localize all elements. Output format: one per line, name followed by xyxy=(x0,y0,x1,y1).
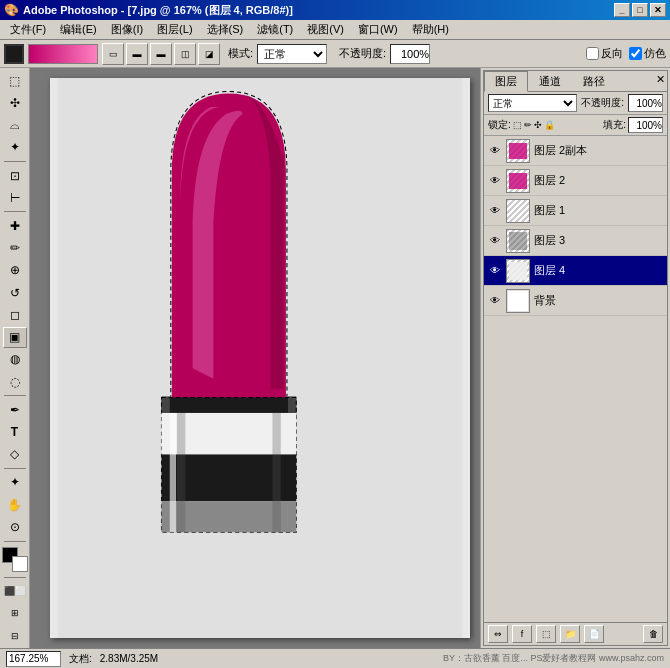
shape-btn-1[interactable]: ▭ xyxy=(102,43,124,65)
doc-label: 文档: xyxy=(69,652,92,666)
tool-slice[interactable]: ⊢ xyxy=(3,187,27,208)
lock-all-icon[interactable]: 🔒 xyxy=(544,120,555,130)
lock-move-icon[interactable]: ✣ xyxy=(534,120,542,130)
link-layers-button[interactable]: ⇔ xyxy=(488,625,508,643)
tool-sep-6 xyxy=(4,577,26,578)
tool-sep-4 xyxy=(4,468,26,469)
tool-quickmask[interactable]: ⬛⬜ xyxy=(3,581,27,602)
tool-marquee[interactable]: ⬚ xyxy=(3,70,27,91)
lock-transparent-icon[interactable]: ⬚ xyxy=(513,120,522,130)
tool-gradient[interactable]: ▣ xyxy=(3,327,27,348)
add-mask-button[interactable]: ⬚ xyxy=(536,625,556,643)
mode-select[interactable]: 正常 溶解 正片叠底 xyxy=(257,44,327,64)
shape-btn-2[interactable]: ▬ xyxy=(126,43,148,65)
tool-screenmode[interactable]: ⊞ xyxy=(3,603,27,624)
layer-list: 👁 图层 2副本 👁 图层 xyxy=(484,136,667,622)
panel-close[interactable]: ✕ xyxy=(654,71,667,91)
layer-visibility-icon[interactable]: 👁 xyxy=(488,204,502,218)
menu-filter[interactable]: 滤镜(T) xyxy=(251,20,299,39)
options-right: 反向 仿色 xyxy=(586,46,666,61)
tool-eyedropper[interactable]: ✦ xyxy=(3,472,27,493)
tool-history[interactable]: ↺ xyxy=(3,282,27,303)
zoom-input[interactable] xyxy=(6,651,61,667)
tool-cs[interactable]: ⊟ xyxy=(3,625,27,646)
menu-select[interactable]: 选择(S) xyxy=(201,20,250,39)
menu-image[interactable]: 图像(I) xyxy=(105,20,149,39)
reverse-checkbox[interactable]: 反向 xyxy=(586,46,623,61)
reverse-check[interactable] xyxy=(586,47,599,60)
menu-edit[interactable]: 编辑(E) xyxy=(54,20,103,39)
menu-help[interactable]: 帮助(H) xyxy=(406,20,455,39)
tool-sep-3 xyxy=(4,395,26,396)
canvas-area[interactable] xyxy=(30,68,480,648)
tool-shape[interactable]: ◇ xyxy=(3,444,27,465)
layer-visibility-icon[interactable]: 👁 xyxy=(488,264,502,278)
layer-name: 图层 4 xyxy=(534,263,663,278)
tab-paths[interactable]: 路径 xyxy=(572,71,616,91)
layer-visibility-icon[interactable]: 👁 xyxy=(488,144,502,158)
new-layer-button[interactable]: 📄 xyxy=(584,625,604,643)
tool-brush[interactable]: ✏ xyxy=(3,238,27,259)
tool-crop[interactable]: ⊡ xyxy=(3,165,27,186)
mode-label: 模式: xyxy=(228,46,253,61)
tool-lasso[interactable]: ⌓ xyxy=(3,114,27,135)
minimize-button[interactable]: _ xyxy=(614,3,630,17)
shape-btn-5[interactable]: ◪ xyxy=(198,43,220,65)
menu-file[interactable]: 文件(F) xyxy=(4,20,52,39)
tool-eraser[interactable]: ◻ xyxy=(3,304,27,325)
layer-item[interactable]: 👁 图层 1 xyxy=(484,196,667,226)
opacity-input[interactable] xyxy=(390,44,430,64)
tool-dodge[interactable]: ◌ xyxy=(3,371,27,392)
tool-heal[interactable]: ✚ xyxy=(3,215,27,236)
color-swatches[interactable] xyxy=(2,547,28,572)
layer-visibility-icon[interactable]: 👁 xyxy=(488,174,502,188)
add-style-button[interactable]: f xyxy=(512,625,532,643)
menu-view[interactable]: 视图(V) xyxy=(301,20,350,39)
panel-opacity-input[interactable] xyxy=(628,94,663,112)
options-bar: ▭ ▬ ▬ ◫ ◪ 模式: 正常 溶解 正片叠底 不透明度: 反向 仿色 xyxy=(0,40,670,68)
shape-btn-3[interactable]: ▬ xyxy=(150,43,172,65)
menu-window[interactable]: 窗口(W) xyxy=(352,20,404,39)
lock-label: 锁定: xyxy=(488,118,511,132)
app-icon: 🎨 xyxy=(4,3,19,17)
doc-size: 2.83M/3.25M xyxy=(100,653,158,664)
close-button[interactable]: ✕ xyxy=(650,3,666,17)
tool-sep-1 xyxy=(4,161,26,162)
layer-visibility-icon[interactable]: 👁 xyxy=(488,234,502,248)
tool-move[interactable]: ✣ xyxy=(3,92,27,113)
colorize-checkbox[interactable]: 仿色 xyxy=(629,46,666,61)
panels-area: 图层 通道 路径 ✕ 正常 不透明度: 锁定: ⬚ ✏ ✣ 🔒 xyxy=(480,68,670,648)
tool-hand[interactable]: ✋ xyxy=(3,494,27,515)
tab-channels[interactable]: 通道 xyxy=(528,71,572,91)
tool-sep-2 xyxy=(4,211,26,212)
lock-brush-icon[interactable]: ✏ xyxy=(524,120,532,130)
layer-item[interactable]: 👁 图层 2副本 xyxy=(484,136,667,166)
fill-input[interactable] xyxy=(628,117,663,133)
gradient-picker[interactable] xyxy=(28,44,98,64)
shape-btn-4[interactable]: ◫ xyxy=(174,43,196,65)
panel-lock-row: 锁定: ⬚ ✏ ✣ 🔒 填充: xyxy=(484,115,667,136)
layer-item[interactable]: 👁 图层 3 xyxy=(484,226,667,256)
layer-thumbnail xyxy=(506,289,530,313)
watermark-text: BY：古欲香薰 百度... PS爱好者教程网 www.psahz.com xyxy=(443,652,664,665)
layer-visibility-icon[interactable]: 👁 xyxy=(488,294,502,308)
tool-pen[interactable]: ✒ xyxy=(3,399,27,420)
tab-layers[interactable]: 图层 xyxy=(484,71,528,92)
menu-layer[interactable]: 图层(L) xyxy=(151,20,198,39)
tool-text[interactable]: T xyxy=(3,421,27,442)
layer-item-active[interactable]: 👁 图层 4 xyxy=(484,256,667,286)
tool-blur[interactable]: ◍ xyxy=(3,349,27,370)
delete-layer-button[interactable]: 🗑 xyxy=(643,625,663,643)
maximize-button[interactable]: □ xyxy=(632,3,648,17)
layer-item[interactable]: 👁 图层 2 xyxy=(484,166,667,196)
tool-magic-wand[interactable]: ✦ xyxy=(3,137,27,158)
layer-blend-select[interactable]: 正常 xyxy=(488,94,577,112)
new-group-button[interactable]: 📁 xyxy=(560,625,580,643)
foreground-swatch[interactable] xyxy=(4,44,24,64)
layer-item[interactable]: 👁 背景 xyxy=(484,286,667,316)
background-color[interactable] xyxy=(12,556,28,572)
tool-clone[interactable]: ⊕ xyxy=(3,260,27,281)
colorize-check[interactable] xyxy=(629,47,642,60)
tool-zoom[interactable]: ⊙ xyxy=(3,516,27,537)
panel-opacity-label: 不透明度: xyxy=(581,96,624,110)
